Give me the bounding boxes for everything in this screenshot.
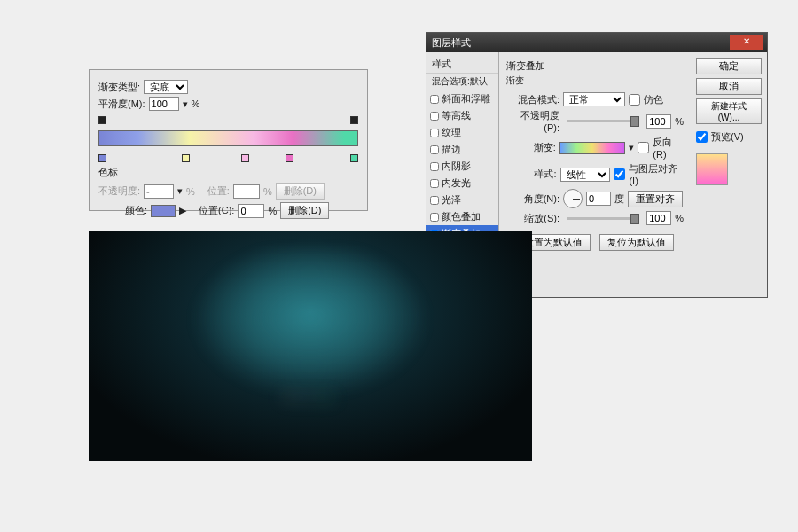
dialog-title: 图层样式 xyxy=(432,36,471,50)
style-item-label: 光泽 xyxy=(442,193,461,207)
style-checkbox[interactable] xyxy=(430,95,439,104)
color-stop-4[interactable] xyxy=(286,154,293,162)
letter: i xyxy=(309,392,316,403)
style-checkbox[interactable] xyxy=(430,213,439,222)
smoothness-input[interactable] xyxy=(149,97,179,111)
degree-label: 度 xyxy=(614,192,624,206)
style-checkbox[interactable] xyxy=(430,112,439,121)
align-label: 与图层对齐(I) xyxy=(629,162,684,186)
style-select[interactable]: 线性 xyxy=(560,168,611,182)
opacity-slider[interactable] xyxy=(567,120,639,122)
position-c-input[interactable] xyxy=(238,204,264,218)
style-checkbox[interactable] xyxy=(430,179,439,188)
effect-preview-image: ifeiwu xyxy=(89,231,532,461)
section-subtitle: 渐变 xyxy=(506,74,684,87)
opacity-stop-left[interactable] xyxy=(98,116,106,124)
color-swatch[interactable] xyxy=(151,205,176,217)
stops-section-title: 色标 xyxy=(98,166,358,179)
delete-color-stop-button[interactable]: 删除(D) xyxy=(280,202,329,219)
smoothness-label: 平滑度(M): xyxy=(98,98,145,111)
stop-opacity-label: 不透明度: xyxy=(98,184,140,198)
scale-slider[interactable] xyxy=(567,217,639,220)
scale-input[interactable] xyxy=(646,211,671,225)
blend-mode-label: 混合模式: xyxy=(506,93,559,106)
glow-text: ifeiwu xyxy=(89,319,532,421)
dither-label: 仿色 xyxy=(644,93,663,106)
reverse-label: 反向(R) xyxy=(653,136,684,160)
dropdown-icon: ▾ xyxy=(177,185,183,197)
pct: % xyxy=(675,116,684,127)
style-item-label: 斜面和浮雕 xyxy=(442,92,490,106)
stop-opacity-input xyxy=(144,184,174,199)
color-label: 颜色: xyxy=(125,204,147,217)
letter: u xyxy=(328,392,339,403)
style-item-5[interactable]: 内发光 xyxy=(426,175,498,192)
stop-position-input xyxy=(233,184,260,199)
letter: w xyxy=(316,392,328,403)
style-item-7[interactable]: 颜色叠加 xyxy=(426,208,498,225)
color-stop-3[interactable] xyxy=(241,154,249,162)
new-style-button[interactable]: 新建样式(W)... xyxy=(696,98,762,124)
dropdown-icon[interactable]: ▾ xyxy=(183,98,188,110)
color-stop-1[interactable] xyxy=(98,154,106,162)
pct: % xyxy=(186,186,195,197)
gradient-type-select[interactable]: 实底 xyxy=(144,80,188,94)
dialog-titlebar[interactable]: 图层样式 ✕ xyxy=(426,33,767,52)
sidebar-header[interactable]: 样式 xyxy=(426,56,498,74)
dither-checkbox[interactable] xyxy=(629,94,640,106)
opacity-stop-right[interactable] xyxy=(350,116,358,124)
reverse-checkbox[interactable] xyxy=(638,142,649,153)
ok-button[interactable]: 确定 xyxy=(696,58,762,74)
overlay-opacity-label: 不透明度(P): xyxy=(506,109,559,133)
section-title: 渐变叠加 xyxy=(506,59,684,73)
color-stop-5[interactable] xyxy=(350,154,358,162)
cancel-button[interactable]: 取消 xyxy=(696,78,762,95)
color-stop-2[interactable] xyxy=(182,154,190,162)
angle-dial[interactable] xyxy=(563,189,583,208)
style-item-2[interactable]: 纹理 xyxy=(426,124,498,141)
style-item-label: 内阴影 xyxy=(442,160,471,173)
reset-align-button[interactable]: 重置对齐 xyxy=(628,191,683,207)
style-item-3[interactable]: 描边 xyxy=(426,141,498,158)
style-label: 样式: xyxy=(506,168,557,181)
dropdown-icon[interactable]: ▾ xyxy=(629,142,634,153)
position-c-label: 位置(C): xyxy=(199,204,234,217)
pct: % xyxy=(263,186,272,197)
style-item-0[interactable]: 斜面和浮雕 xyxy=(426,90,498,107)
angle-input[interactable] xyxy=(586,192,611,206)
style-item-label: 内发光 xyxy=(442,176,471,190)
style-checkbox[interactable] xyxy=(430,162,439,171)
style-checkbox[interactable] xyxy=(430,196,439,205)
percent-label: % xyxy=(192,98,200,109)
gradient-label: 渐变: xyxy=(506,141,556,154)
angle-label: 角度(N): xyxy=(506,192,559,206)
style-item-label: 等高线 xyxy=(442,109,471,122)
style-item-label: 描边 xyxy=(442,143,461,156)
style-item-6[interactable]: 光泽 xyxy=(426,192,498,208)
pct: % xyxy=(268,206,277,216)
style-checkbox[interactable] xyxy=(430,129,439,137)
preview-checkbox[interactable] xyxy=(696,131,708,143)
sidebar-blend-options[interactable]: 混合选项:默认 xyxy=(426,74,498,90)
style-item-1[interactable]: 等高线 xyxy=(426,107,498,124)
gradient-editor-panel: 渐变类型: 实底 平滑度(M): ▾ % 色标 不透明度: ▾ % 位置: % … xyxy=(89,69,368,211)
color-picker-arrow-icon[interactable]: ▶ xyxy=(179,205,186,216)
reset-default-button[interactable]: 复位为默认值 xyxy=(599,234,674,251)
gradient-bar[interactable] xyxy=(98,130,358,146)
style-item-4[interactable]: 内阴影 xyxy=(426,158,498,175)
style-item-label: 纹理 xyxy=(442,126,461,139)
opacity-value-input[interactable] xyxy=(646,114,671,129)
letter: e xyxy=(297,392,308,403)
scale-label: 缩放(S): xyxy=(506,212,559,225)
gradient-type-label: 渐变类型: xyxy=(98,81,140,94)
pct: % xyxy=(675,213,684,223)
close-button[interactable]: ✕ xyxy=(730,35,763,50)
gradient-swatch[interactable] xyxy=(559,142,626,154)
blend-mode-select[interactable]: 正常 xyxy=(563,92,625,106)
dialog-right-panel: 确定 取消 新建样式(W)... 预览(V) xyxy=(691,52,767,297)
stop-position-label: 位置: xyxy=(207,184,230,198)
style-checkbox[interactable] xyxy=(430,145,439,154)
style-item-label: 颜色叠加 xyxy=(442,210,481,223)
align-checkbox[interactable] xyxy=(614,168,625,180)
preview-swatch xyxy=(696,153,728,185)
